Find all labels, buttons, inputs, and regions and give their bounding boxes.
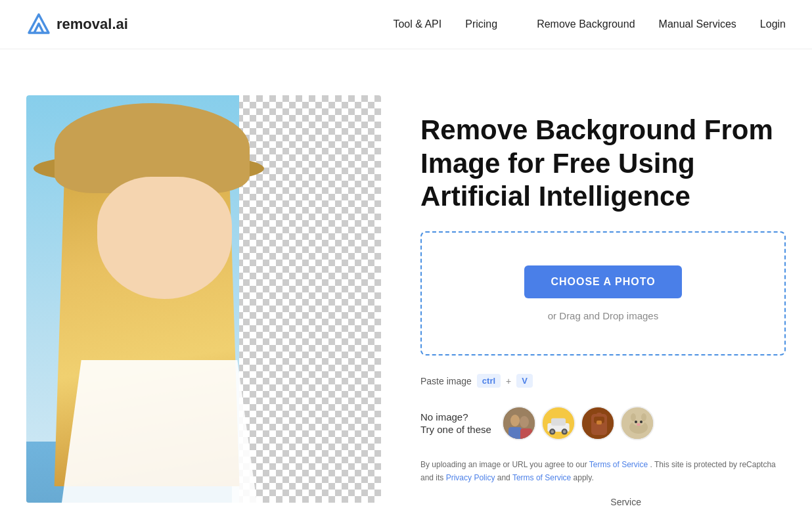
hero-image bbox=[26, 95, 381, 503]
nav-login[interactable]: Login bbox=[760, 18, 786, 30]
ctrl-key: ctrl bbox=[477, 374, 501, 388]
svg-point-11 bbox=[563, 430, 566, 434]
sample-images bbox=[502, 406, 654, 440]
nav-tool-api[interactable]: Tool & API bbox=[393, 18, 441, 30]
svg-point-22 bbox=[635, 421, 637, 423]
terms-of-service-link-2[interactable]: Terms of Service bbox=[512, 473, 571, 482]
samples-row: No image? Try one of these bbox=[420, 406, 786, 440]
svg-rect-4 bbox=[520, 428, 532, 440]
nav-left-links: Tool & API Pricing bbox=[393, 18, 497, 30]
samples-label: No image? Try one of these bbox=[420, 411, 491, 436]
nav-manual-services[interactable]: Manual Services bbox=[659, 18, 736, 30]
svg-rect-16 bbox=[597, 413, 602, 417]
sample-image-couple[interactable] bbox=[502, 406, 536, 440]
nav-right-links: Remove Background Manual Services Login bbox=[537, 18, 786, 30]
svg-point-20 bbox=[631, 413, 636, 421]
upload-dropzone[interactable]: CHOOSE A PHOTO or Drag and Drop images bbox=[420, 231, 786, 355]
main-content: Remove Background FromImage for Free Usi… bbox=[0, 49, 812, 522]
legal-text: By uploading an image or URL you agree t… bbox=[420, 459, 786, 484]
choose-photo-button[interactable]: CHOOSE A PHOTO bbox=[524, 265, 681, 298]
svg-rect-15 bbox=[597, 421, 602, 424]
sample-image-dog[interactable] bbox=[620, 406, 654, 440]
svg-point-24 bbox=[637, 423, 641, 426]
shirt-element bbox=[62, 360, 257, 503]
logo-text: removal.ai bbox=[56, 16, 128, 33]
hero-title-line1: Remove Background FromImage for Free Usi… bbox=[420, 114, 773, 212]
sample-image-backpack[interactable] bbox=[581, 406, 615, 440]
footer-service-label: Service bbox=[610, 497, 641, 507]
hero-title: Remove Background FromImage for Free Usi… bbox=[420, 114, 786, 213]
terms-of-service-link-1[interactable]: Terms of Service bbox=[589, 460, 648, 469]
drag-drop-prefix: or bbox=[548, 310, 560, 321]
v-key: V bbox=[516, 374, 533, 388]
svg-point-1 bbox=[510, 415, 520, 426]
right-section: Remove Background FromImage for Free Usi… bbox=[420, 114, 786, 484]
svg-point-23 bbox=[640, 421, 643, 423]
logo-icon bbox=[26, 12, 51, 37]
svg-point-2 bbox=[520, 416, 529, 428]
legal-and: and bbox=[497, 473, 512, 482]
paste-label: Paste image bbox=[420, 376, 472, 386]
svg-point-10 bbox=[551, 430, 554, 434]
nav-pricing[interactable]: Pricing bbox=[465, 18, 497, 30]
navigation: removal.ai Tool & API Pricing Remove Bac… bbox=[0, 0, 812, 49]
hero-image-container bbox=[26, 95, 381, 503]
drag-drop-text: or Drag and Drop images bbox=[548, 310, 658, 321]
logo[interactable]: removal.ai bbox=[26, 12, 128, 37]
svg-rect-7 bbox=[551, 419, 566, 426]
face-element bbox=[97, 177, 232, 299]
plus-symbol: + bbox=[506, 376, 511, 386]
privacy-policy-link[interactable]: Privacy Policy bbox=[446, 473, 495, 482]
paste-row: Paste image ctrl + V bbox=[420, 374, 786, 388]
svg-point-21 bbox=[641, 413, 646, 421]
svg-rect-3 bbox=[508, 427, 522, 440]
nav-remove-background[interactable]: Remove Background bbox=[537, 18, 635, 30]
sample-image-car[interactable] bbox=[541, 406, 575, 440]
